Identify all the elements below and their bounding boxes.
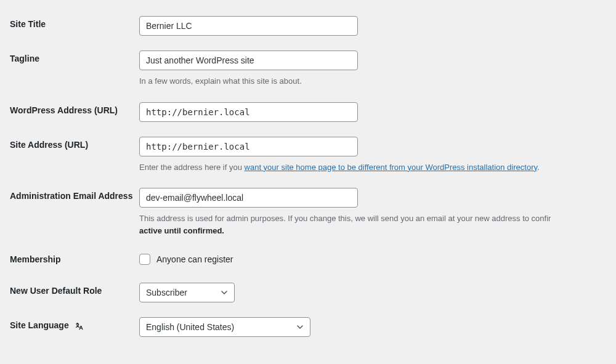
new-user-role-label: New User Default Role [10,275,139,310]
translate-icon [73,320,84,331]
membership-checkbox[interactable] [139,254,150,265]
wp-address-input[interactable] [139,102,358,122]
new-user-role-select[interactable]: Subscriber [139,283,235,302]
membership-label: Membership [10,244,139,275]
tagline-label: Tagline [10,43,139,95]
admin-email-label: Administration Email Address [10,180,139,244]
general-settings-table: Site Title Tagline In a few words, expla… [10,9,616,344]
site-address-label: Site Address (URL) [10,129,139,181]
site-title-input[interactable] [139,16,358,36]
site-title-label: Site Title [10,9,139,43]
site-language-label: Site Language [10,320,69,331]
tagline-input[interactable] [139,51,358,70]
tagline-description: In a few words, explain what this site i… [139,75,610,87]
site-address-help-link[interactable]: want your site home page to be different… [245,163,537,172]
site-address-input[interactable] [139,137,358,156]
wp-address-label: WordPress Address (URL) [10,95,139,129]
site-address-description: Enter the address here if you want your … [139,161,610,174]
admin-email-description: This address is used for admin purposes.… [139,212,610,237]
site-language-label-cell: Site Language [10,310,139,344]
site-language-select[interactable]: English (United States) [139,317,310,337]
admin-email-input[interactable] [139,188,358,208]
membership-checkbox-label: Anyone can register [156,254,233,264]
